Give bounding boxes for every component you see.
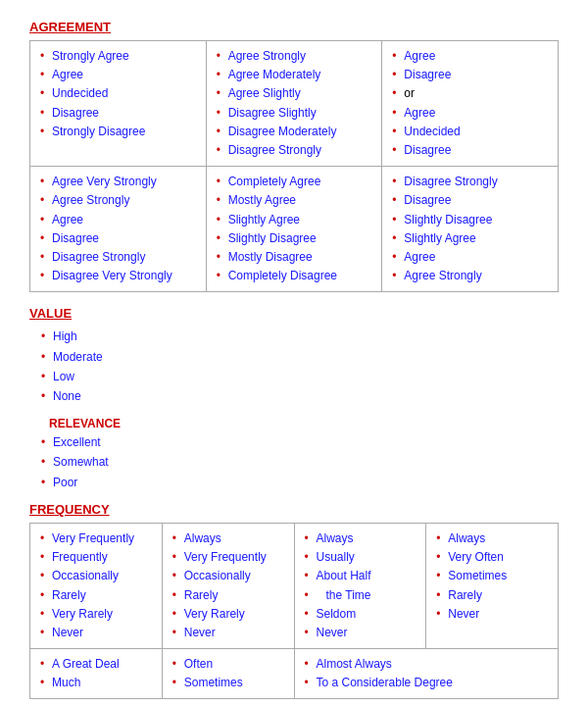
list-item: High	[39, 327, 559, 346]
list-item: Somewhat	[39, 452, 559, 472]
list-item: Agree	[38, 66, 198, 84]
list-item: Agree Strongly	[215, 47, 374, 66]
list-item: Disagree	[390, 191, 550, 210]
agreement-table: Strongly Agree Agree Undecided Disagree …	[29, 40, 559, 292]
list-item: Never	[434, 605, 550, 624]
list-item: Slightly Disagree	[215, 229, 374, 248]
freq-r2-c1-list: A Great Deal Much	[38, 655, 154, 692]
list-item: Never	[303, 624, 418, 642]
agreement-r1-c3-list: Agree Disagree or Agree Undecided Disagr…	[390, 47, 550, 160]
list-item: Completely Agree	[215, 173, 374, 191]
frequency-row-2: A Great Deal Much Often Sometimes Almost…	[30, 649, 559, 699]
agreement-r1-c2: Agree Strongly Agree Moderately Agree Sl…	[206, 41, 382, 167]
list-item: Very Frequently	[38, 530, 154, 548]
list-item: Never	[171, 624, 286, 642]
list-item: Very Rarely	[171, 605, 286, 624]
list-item: Very Frequently	[171, 548, 286, 567]
agreement-r2-c1-list: Agree Very Strongly Agree Strongly Agree…	[38, 173, 198, 285]
freq-r1-c4: Always Very Often Sometimes Rarely Never	[426, 523, 559, 648]
list-item: Completely Disagree	[215, 267, 374, 285]
list-item: Seldom	[303, 605, 418, 624]
freq-r1-c4-list: Always Very Often Sometimes Rarely Never	[434, 530, 550, 624]
freq-r1-c2: Always Very Frequently Occasionally Rare…	[162, 523, 294, 648]
list-item: Agree	[390, 47, 550, 66]
list-item: Often	[171, 655, 286, 674]
agreement-r2-c1: Agree Very Strongly Agree Strongly Agree…	[30, 167, 207, 292]
value-list: High Moderate Low None	[39, 327, 559, 407]
agreement-r2-c2: Completely Agree Mostly Agree Slightly A…	[206, 167, 382, 292]
list-item: Undecided	[390, 123, 550, 141]
list-item: Rarely	[434, 586, 550, 605]
frequency-table-1: Very Frequently Frequently Occasionally …	[29, 523, 559, 700]
agreement-row-2: Agree Very Strongly Agree Strongly Agree…	[30, 167, 559, 292]
list-item: Usually	[303, 548, 418, 567]
list-item: Mostly Disagree	[215, 248, 374, 267]
freq-r2-c2: Often Sometimes	[162, 649, 294, 699]
freq-r2-c3: Almost Always To a Considerable Degree	[294, 649, 559, 699]
list-item: Strongly Agree	[38, 47, 198, 66]
list-item: Occasionally	[171, 567, 286, 585]
freq-r1-c1-list: Very Frequently Frequently Occasionally …	[38, 530, 154, 642]
list-item: Mostly Agree	[215, 191, 374, 210]
list-item: Agree Slightly	[215, 84, 374, 103]
agreement-r2-c3: Disagree Strongly Disagree Slightly Disa…	[382, 167, 559, 292]
list-item: Occasionally	[38, 567, 154, 585]
list-item: Sometimes	[434, 567, 550, 585]
list-item: the Time	[303, 586, 418, 605]
list-item: Disagree	[390, 141, 550, 160]
list-item: About Half	[303, 567, 418, 585]
list-item: Excellent	[39, 432, 559, 452]
list-item: Sometimes	[171, 674, 286, 692]
list-item: Agree Very Strongly	[38, 173, 198, 191]
value-title: VALUE	[29, 306, 559, 321]
list-item: Undecided	[38, 84, 198, 103]
agreement-section: AGREEMENT Strongly Agree Agree Undecided…	[29, 20, 559, 292]
list-item: Moderate	[39, 347, 559, 367]
agreement-r2-c2-list: Completely Agree Mostly Agree Slightly A…	[215, 173, 374, 285]
freq-r1-c3-list: Always Usually About Half the Time Seldo…	[303, 530, 418, 642]
list-item: Slightly Disagree	[390, 211, 550, 229]
list-item: Agree Strongly	[38, 191, 198, 210]
list-item: Disagree Strongly	[390, 173, 550, 191]
frequency-title: FREQUENCY	[29, 502, 559, 517]
list-item: Slightly Agree	[390, 229, 550, 248]
list-item: None	[39, 386, 559, 406]
agreement-r1-c1: Strongly Agree Agree Undecided Disagree …	[30, 41, 207, 167]
list-item: Disagree	[38, 229, 198, 248]
frequency-row-1: Very Frequently Frequently Occasionally …	[30, 523, 559, 648]
relevance-section: RELEVANCE Excellent Somewhat Poor	[39, 417, 559, 492]
list-item: Always	[171, 530, 286, 548]
list-item: Disagree Very Strongly	[38, 267, 198, 285]
list-item: Slightly Agree	[215, 211, 374, 229]
list-item: Always	[303, 530, 418, 548]
list-item: Very Often	[434, 548, 550, 567]
freq-r1-c2-list: Always Very Frequently Occasionally Rare…	[171, 530, 286, 642]
value-section: VALUE High Moderate Low None	[29, 306, 559, 407]
list-item: Disagree	[38, 104, 198, 123]
list-item: Disagree Strongly	[215, 141, 374, 160]
frequency-section: FREQUENCY Very Frequently Frequently Occ…	[29, 502, 559, 700]
freq-r2-c3-list: Almost Always To a Considerable Degree	[303, 655, 551, 692]
freq-r1-c1: Very Frequently Frequently Occasionally …	[30, 523, 163, 648]
list-item: Agree	[390, 248, 550, 267]
list-item: or	[390, 84, 550, 103]
agreement-title: AGREEMENT	[29, 20, 559, 34]
list-item: Very Rarely	[38, 605, 154, 624]
agreement-r1-c3: Agree Disagree or Agree Undecided Disagr…	[382, 41, 559, 167]
list-item: Almost Always	[303, 655, 551, 674]
agreement-row-1: Strongly Agree Agree Undecided Disagree …	[30, 41, 559, 167]
list-item: Strongly Disagree	[38, 123, 198, 141]
list-item: Agree Strongly	[390, 267, 550, 285]
list-item: Disagree Moderately	[215, 123, 374, 141]
list-item: Disagree Slightly	[215, 104, 374, 123]
relevance-list: Excellent Somewhat Poor	[39, 432, 559, 492]
agreement-r1-c2-list: Agree Strongly Agree Moderately Agree Sl…	[215, 47, 374, 160]
list-item: Poor	[39, 473, 559, 492]
relevance-title: RELEVANCE	[49, 417, 559, 430]
list-item: Frequently	[38, 548, 154, 567]
agreement-r1-c1-list: Strongly Agree Agree Undecided Disagree …	[38, 47, 198, 141]
list-item: Always	[434, 530, 550, 548]
list-item: Disagree Strongly	[38, 248, 198, 267]
list-item: Agree Moderately	[215, 66, 374, 84]
agreement-r2-c3-list: Disagree Strongly Disagree Slightly Disa…	[390, 173, 550, 285]
